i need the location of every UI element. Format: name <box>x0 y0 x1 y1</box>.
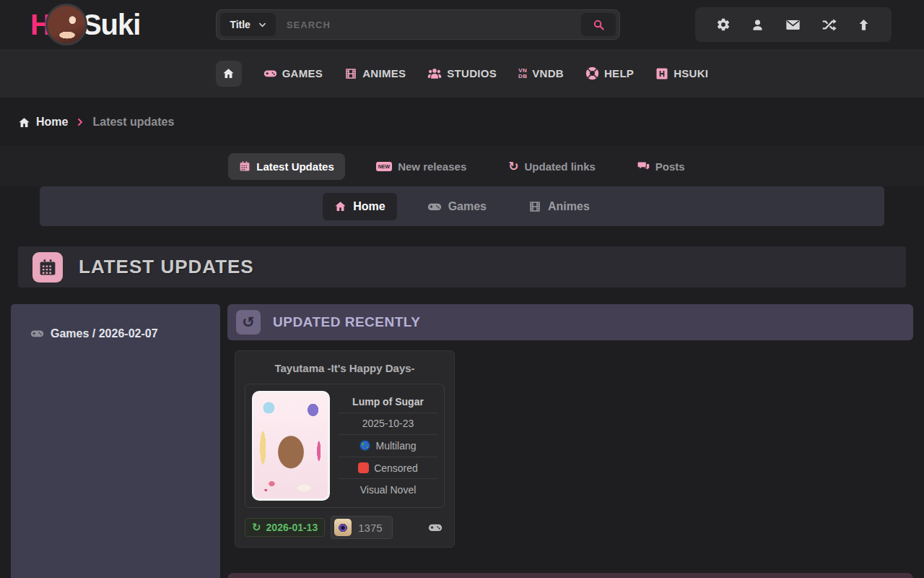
nav-label: STUDIOS <box>447 67 497 79</box>
sync-icon: ↻ <box>508 160 518 173</box>
gamepad-icon <box>427 199 442 214</box>
home-icon <box>334 200 346 212</box>
views-count: 1375 <box>358 522 382 534</box>
updates-tab-bar: Latest Updates NEW New releases ↻ Update… <box>0 146 924 186</box>
film-icon <box>344 67 357 80</box>
sidebar: Games / 2026-02-07 <box>11 304 220 578</box>
nav-label: HELP <box>604 67 634 79</box>
censored-icon <box>358 462 369 473</box>
nav-item-games[interactable]: GAMES <box>263 66 323 80</box>
tab-updated-links[interactable]: ↻ Updated links <box>497 153 606 180</box>
magnifier-icon <box>593 19 605 31</box>
tab-label: New releases <box>398 160 466 173</box>
content-area: Games / 2026-02-07 ↺ UPDATED RECENTLY Ta… <box>11 304 913 578</box>
game-card-footer: ↻ 2026-01-13 1375 <box>245 516 445 539</box>
chevron-down-icon <box>258 21 266 29</box>
tab-label: Latest Updates <box>256 160 334 173</box>
subtab-label: Home <box>353 200 385 213</box>
nav-item-hsuki[interactable]: HSUKI <box>655 67 708 80</box>
panel-title: UPDATED RECENTLY <box>273 314 420 330</box>
next-section-header-partial <box>227 573 913 578</box>
nav-item-vndb[interactable]: VNDB VNDB <box>518 67 564 79</box>
history-icon: ↺ <box>236 310 261 335</box>
breadcrumb-home-link[interactable]: Home <box>18 116 68 129</box>
game-cover-image[interactable] <box>252 391 330 501</box>
tab-label: Posts <box>655 160 685 173</box>
updated-date: 2026-01-13 <box>266 522 318 533</box>
views-avatar <box>334 519 352 536</box>
gamepad-icon <box>263 66 277 80</box>
tab-posts[interactable]: Posts <box>627 153 696 180</box>
main-panel: ↺ UPDATED RECENTLY Tayutama -It's Happy … <box>227 304 913 578</box>
page: H Suki Title <box>0 0 924 578</box>
views-badge[interactable]: 1375 <box>331 516 392 539</box>
censorship-row: Censored <box>339 457 437 479</box>
subtab-label: Animes <box>548 200 590 213</box>
language-label: Multilang <box>375 440 416 452</box>
breadcrumb: Home Latest updates <box>0 98 924 146</box>
game-card-body: Lump of Sugar 2025-10-23 Multilang Censo… <box>245 384 445 508</box>
site-logo[interactable]: H Suki <box>30 4 140 46</box>
release-date: 2025-10-23 <box>339 413 437 435</box>
scope-tab-bar: Home Games Animes <box>40 186 884 226</box>
top-bar: H Suki Title <box>0 0 924 49</box>
arrow-up-icon[interactable] <box>857 18 871 32</box>
globe-icon <box>359 440 370 451</box>
main-nav: GAMES ANIMES STUDIOS VNDB VNDB HELP <box>0 49 924 98</box>
gamepad-icon <box>30 327 44 340</box>
subtab-games[interactable]: Games <box>416 192 498 221</box>
updated-recently-header: ↺ UPDATED RECENTLY <box>227 304 913 340</box>
vndb-icon: VNDB <box>518 68 527 79</box>
nav-item-animes[interactable]: ANIMES <box>344 67 406 80</box>
h-square-icon <box>655 67 668 80</box>
logo-avatar-image <box>45 4 87 46</box>
nav-item-studios[interactable]: STUDIOS <box>427 66 497 81</box>
envelope-icon[interactable] <box>785 17 801 33</box>
gamepad-icon <box>428 520 443 535</box>
search-category-value: Title <box>230 19 250 30</box>
new-badge-icon: NEW <box>376 162 392 171</box>
game-card: Tayutama -It's Happy Days- Lump of Sugar… <box>235 350 455 548</box>
search-category-select[interactable]: Title <box>220 13 276 36</box>
chevron-right-icon <box>76 118 84 126</box>
subtab-label: Games <box>448 200 487 213</box>
tab-new-releases[interactable]: NEW New releases <box>365 153 477 180</box>
subtab-animes[interactable]: Animes <box>517 193 601 220</box>
updated-date-badge[interactable]: ↻ 2026-01-13 <box>245 518 325 537</box>
censorship-label: Censored <box>374 462 418 474</box>
comments-icon <box>637 160 650 173</box>
home-icon <box>18 116 30 129</box>
film-icon <box>528 200 541 213</box>
nav-label: VNDB <box>532 67 564 79</box>
studio-name: Lump of Sugar <box>339 391 437 413</box>
breadcrumb-home-label: Home <box>36 116 68 129</box>
home-icon <box>222 67 235 79</box>
language-row: Multilang <box>339 434 437 457</box>
users-group-icon <box>427 66 442 81</box>
random-shuffle-icon[interactable] <box>821 17 837 33</box>
topbar-action-group <box>695 7 892 42</box>
subtab-home[interactable]: Home <box>323 193 396 220</box>
game-details: Lump of Sugar 2025-10-23 Multilang Censo… <box>339 391 437 501</box>
logo-text-suki: Suki <box>82 9 140 41</box>
nav-item-help[interactable]: HELP <box>585 66 634 80</box>
nav-home-button[interactable] <box>216 61 242 87</box>
life-ring-icon <box>585 66 599 80</box>
page-title: LATEST UPDATES <box>79 256 254 278</box>
sidebar-item-label: Games / 2026-02-07 <box>51 327 158 340</box>
section-header: LATEST UPDATES <box>18 246 906 288</box>
search-input[interactable] <box>276 20 581 30</box>
calendar-icon <box>239 160 250 172</box>
settings-gear-icon[interactable] <box>716 17 731 32</box>
tab-latest-updates[interactable]: Latest Updates <box>228 153 345 180</box>
user-icon[interactable] <box>751 18 764 32</box>
nav-label: HSUKI <box>674 67 708 79</box>
nav-label: ANIMES <box>362 67 406 79</box>
tab-label: Updated links <box>524 160 595 173</box>
breadcrumb-current: Latest updates <box>92 116 174 129</box>
sidebar-item-games-date[interactable]: Games / 2026-02-07 <box>30 327 220 340</box>
refresh-icon: ↻ <box>252 522 261 533</box>
game-title-link[interactable]: Tayutama -It's Happy Days- <box>245 359 445 384</box>
game-type: Visual Novel <box>339 478 437 501</box>
search-submit-button[interactable] <box>581 13 616 36</box>
